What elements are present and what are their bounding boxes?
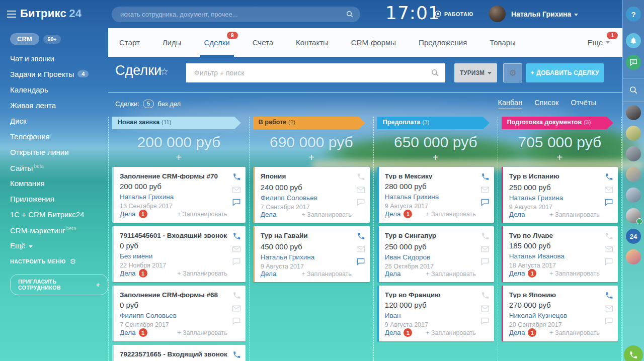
hamburger-menu-icon[interactable]: [7, 11, 16, 20]
schedule-link[interactable]: + Запланировать: [549, 270, 600, 277]
chat-icon[interactable]: [357, 199, 365, 206]
add-card-button[interactable]: +: [253, 152, 370, 162]
deal-card[interactable]: 79114545601 - Входящий звонок 0 руб Без …: [112, 226, 246, 282]
deal-contact-link[interactable]: Наталья Грихина: [120, 193, 227, 201]
mail-icon[interactable]: [357, 187, 365, 193]
deal-card[interactable]: Тур на Гавайи 450 000 руб Наталья Грихин…: [253, 226, 370, 282]
sidebar-item-more[interactable]: Ещё: [10, 241, 108, 250]
phone-call-button[interactable]: [624, 345, 643, 361]
deal-title[interactable]: Япония: [261, 172, 352, 180]
mail-icon[interactable]: [481, 187, 489, 193]
view-reports[interactable]: Отчёты: [571, 99, 596, 109]
deal-card[interactable]: Тур во Францию 120 000 руб Иван 9 Август…: [377, 286, 494, 341]
view-list[interactable]: Список: [534, 99, 558, 109]
avatar[interactable]: [626, 105, 641, 120]
deal-title[interactable]: Тур в Японию: [509, 291, 600, 298]
add-card-button[interactable]: +: [377, 152, 494, 162]
deal-contact-link[interactable]: Иван Сидоров: [385, 253, 476, 261]
deal-card[interactable]: Тур в Сингапур 250 000 руб Иван Сидоров …: [377, 226, 494, 282]
view-kanban[interactable]: Канбан: [498, 99, 523, 109]
column-header[interactable]: Новая заявка(11): [112, 117, 241, 129]
deal-contact-link[interactable]: Наталья Грихина: [261, 253, 352, 261]
sidebar-item-crm-marketing[interactable]: CRM-маркетингbeta: [10, 226, 108, 235]
avatar[interactable]: [626, 126, 641, 141]
avatar[interactable]: [626, 208, 641, 223]
deal-card[interactable]: Тур в Японию 270 000 руб Николай Кузнецо…: [502, 286, 618, 341]
deals-link[interactable]: Дела1: [509, 328, 537, 337]
schedule-link[interactable]: + Запланировать: [549, 211, 600, 218]
phone-icon[interactable]: [605, 291, 613, 300]
sidebar-item-tasks-projects[interactable]: Задачи и Проекты4: [10, 70, 108, 79]
chat-icon[interactable]: [232, 258, 240, 265]
deal-contact-link[interactable]: Иван: [385, 312, 476, 319]
global-search-input[interactable]: [112, 7, 360, 22]
phone-icon[interactable]: [605, 172, 613, 181]
deal-title[interactable]: 79223571665 - Входящий звонок: [120, 350, 227, 358]
sidebar-item-calendar[interactable]: Календарь: [10, 85, 108, 95]
deal-contact-link[interactable]: Николай Кузнецов: [509, 312, 600, 319]
phone-icon[interactable]: [605, 232, 613, 240]
deals-link[interactable]: Дела1: [385, 210, 413, 218]
schedule-link[interactable]: + Запланировать: [177, 329, 227, 336]
deal-title[interactable]: Тур в Сингапур: [385, 232, 476, 239]
schedule-link[interactable]: + Запланировать: [177, 270, 227, 277]
messenger-icon[interactable]: [626, 55, 641, 70]
phone-icon[interactable]: [232, 350, 241, 359]
filter-search-input[interactable]: [186, 63, 445, 82]
avatar[interactable]: [626, 146, 641, 161]
mail-icon[interactable]: [232, 187, 240, 193]
deals-link[interactable]: Дела1: [120, 269, 147, 278]
deal-title[interactable]: Заполнение CRM-формы #68: [120, 291, 227, 298]
mail-icon[interactable]: [232, 246, 240, 252]
phone-icon[interactable]: [357, 232, 365, 240]
column-header[interactable]: Предоплата(3): [377, 117, 490, 129]
schedule-link[interactable]: + Запланировать: [301, 211, 352, 218]
schedule-link[interactable]: + Запланировать: [426, 211, 476, 218]
deals-link[interactable]: Дела1: [385, 328, 413, 337]
deals-link[interactable]: Дела: [385, 270, 401, 278]
phone-icon[interactable]: [232, 291, 241, 300]
phone-icon[interactable]: [357, 172, 365, 181]
deal-contact-link[interactable]: Наталья Грихина: [509, 194, 600, 202]
sidebar-item-drive[interactable]: Диск: [10, 117, 108, 126]
search-icon[interactable]: [626, 82, 641, 98]
chat-icon[interactable]: [232, 199, 240, 206]
chat-icon[interactable]: [481, 317, 489, 325]
deal-card[interactable]: 79223571665 - Входящий звонок 0 руб: [112, 345, 246, 361]
deals-link[interactable]: Дела1: [120, 328, 147, 337]
category-dropdown[interactable]: ТУРИЗМ: [454, 63, 497, 82]
favorite-star-icon[interactable]: ☆: [160, 66, 169, 77]
tab-start[interactable]: Старт: [119, 28, 140, 57]
notifications-bell-icon[interactable]: [626, 33, 641, 48]
deal-title[interactable]: Заполнение CRM-формы #70: [120, 172, 227, 179]
deal-contact-link[interactable]: Наталья Грихина: [385, 193, 476, 201]
deal-contact-link[interactable]: Наталья Иванова: [509, 252, 600, 260]
bitrix24-badge[interactable]: 24: [626, 229, 641, 244]
add-card-button[interactable]: +: [502, 152, 618, 162]
sidebar-item-apps[interactable]: Приложения: [10, 195, 108, 204]
deal-card[interactable]: Заполнение CRM-формы #68 0 руб Филипп Со…: [112, 286, 246, 341]
deal-title[interactable]: Тур на Гавайи: [261, 232, 352, 239]
tab-invoices[interactable]: Счета: [253, 28, 273, 57]
schedule-link[interactable]: + Запланировать: [177, 211, 227, 218]
schedule-link[interactable]: + Запланировать: [549, 329, 600, 336]
tab-deals[interactable]: Сделки9: [204, 28, 230, 57]
phone-icon[interactable]: [481, 232, 490, 240]
chat-icon[interactable]: [605, 317, 613, 325]
deal-contact-link[interactable]: Без имени: [120, 252, 227, 260]
sidebar-item-1c-crm[interactable]: 1С + CRM Битрикс24: [10, 210, 108, 219]
search-icon[interactable]: [346, 10, 354, 20]
mail-icon[interactable]: [605, 187, 613, 193]
add-card-button[interactable]: +: [112, 152, 246, 162]
deal-title[interactable]: Тур во Францию: [385, 291, 476, 298]
mail-icon[interactable]: [605, 246, 613, 252]
deal-title[interactable]: Тур по Луаре: [509, 232, 600, 238]
tab-contacts[interactable]: Контакты: [296, 28, 329, 57]
phone-icon[interactable]: [481, 291, 490, 300]
sidebar-item-feed[interactable]: Живая лента: [10, 101, 108, 110]
mail-icon[interactable]: [481, 305, 489, 312]
sidebar-item-open-lines[interactable]: Открытые линии: [10, 148, 108, 157]
deal-title[interactable]: Тур в Мексику: [385, 172, 476, 179]
tab-leads[interactable]: Лиды: [163, 28, 182, 57]
deal-contact-link[interactable]: Филипп Соловьев: [261, 194, 352, 202]
